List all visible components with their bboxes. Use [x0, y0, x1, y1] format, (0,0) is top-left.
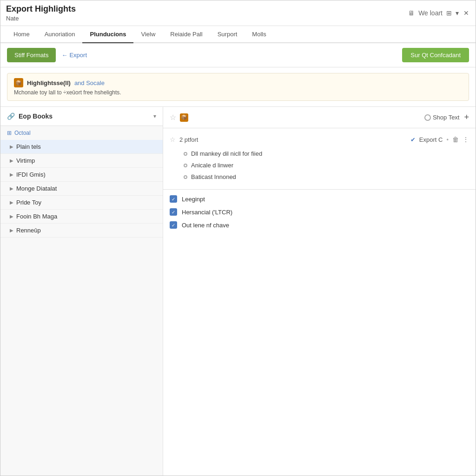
arrow-right-icon: ▶: [10, 200, 13, 205]
sidebar-item-monge-diatalat[interactable]: ▶ Monge Diatalat: [0, 182, 163, 196]
sidebar-item-prlde-toy[interactable]: ▶ Prlde Toy: [0, 196, 163, 210]
more-icon-button[interactable]: ⋮: [463, 136, 469, 143]
close-button[interactable]: ✕: [463, 9, 470, 17]
star-icon-small[interactable]: ☆: [170, 136, 176, 143]
tab-surport[interactable]: Surport: [210, 26, 245, 43]
sidebar-item-virtimp[interactable]: ▶ Virtimp: [0, 154, 163, 168]
add-button[interactable]: +: [464, 112, 469, 122]
content-area: ☆ 📦 Shop Text + ☆ 2 ptfort: [163, 107, 476, 476]
export-button[interactable]: ← Export: [61, 52, 87, 59]
sidebar-list: ⊞ Octoal ▶ Plain tels ▶ Virtimp ▶ IFDI G…: [0, 126, 163, 476]
tab-reiaide-pall[interactable]: Reiaide Pall: [163, 26, 210, 43]
sidebar-item-label: Virtimp: [16, 157, 35, 164]
info-heading: Highlightsse(ll): [27, 79, 71, 86]
arrow-right-icon: ▶: [10, 144, 13, 149]
monitor-icon: 🖥: [408, 9, 415, 17]
stif-formats-button[interactable]: Stiff Formats: [7, 48, 56, 62]
sidebar-item-label: Prlde Toy: [16, 199, 41, 206]
arrow-right-icon: ▶: [10, 172, 13, 177]
checkbox-leeginpt[interactable]: ✓: [170, 195, 177, 203]
dot-separator: •: [446, 136, 449, 143]
arrow-left-icon: ←: [61, 52, 67, 59]
nav-tabs: Home Aunoriation Plunducions Vielw Reiai…: [0, 26, 476, 43]
arrow-right-icon: ▶: [10, 214, 13, 219]
sub-items: Dll mankey dil nicll for fiied Anicale d…: [170, 146, 469, 185]
tab-vielw[interactable]: Vielw: [133, 26, 163, 43]
grid-small-icon: ⊞: [7, 130, 12, 136]
checkbox-label-leeginpt: Leeginpt: [182, 196, 205, 203]
arrow-right-icon: ▶: [10, 186, 13, 191]
sub-item-label: Anicale d linwer: [191, 162, 233, 169]
sidebar-item-plain-tels[interactable]: ▶ Plain tels: [0, 140, 163, 154]
checkbox-label-hersancial: Hersancial ('LTCR): [182, 209, 232, 216]
export-section: ☆ 2 ptfort ✔ Export C • 🗑 ⋮ Dl: [163, 128, 476, 190]
checkbox-items: ✓ Leeginpt ✓ Hersancial ('LTCR) ✓ Out le…: [163, 190, 476, 234]
export-count: 2 ptfort: [179, 136, 198, 143]
arrow-right-icon: ▶: [10, 158, 13, 163]
info-body: Mchonale toy lall to ÷xeûort free hsheli…: [14, 89, 462, 96]
sidebar-item-label: IFDI Gmis): [16, 171, 46, 178]
checkbox-out-lene[interactable]: ✓: [170, 221, 177, 229]
sidebar-chevron-icon[interactable]: ▾: [153, 113, 156, 119]
export-label: Export: [69, 52, 87, 59]
sidebar-item-label: Plain tels: [16, 143, 41, 150]
checkbox-item-2: ✓ Hersancial ('LTCR): [170, 205, 469, 218]
export-action-label[interactable]: Export C: [419, 136, 443, 143]
chevron-down-icon[interactable]: ▾: [456, 9, 459, 17]
main-content: 🔗 Eop Books ▾ ⊞ Octoal ▶ Plain tels ▶ Vi…: [0, 106, 476, 476]
package-icon-small: 📦: [180, 113, 188, 122]
info-link[interactable]: and Socale: [74, 79, 105, 86]
sidebar-item-label: Renneûp: [16, 227, 41, 234]
sidebar-item-fooin-bh-maga[interactable]: ▶ Fooin Bh Maga: [0, 210, 163, 224]
sidebar-header: 🔗 Eop Books ▾: [0, 107, 163, 126]
right-text: We loart: [418, 9, 443, 17]
title-bar-left: Export Highlights Nate: [6, 4, 76, 22]
toolbar: Stiff Formats ← Export Sur Qt Confcadant: [0, 43, 476, 67]
app-title: Export Highlights: [6, 4, 76, 14]
tab-home[interactable]: Home: [6, 26, 37, 43]
bullet-icon: [184, 164, 187, 167]
radio-circle: [424, 114, 431, 121]
sub-item-label: Dll mankey dil nicll for fiied: [191, 150, 262, 157]
info-banner-title: 📦 Highlightsse(ll) and Socale: [14, 78, 462, 87]
tab-aunoriation[interactable]: Aunoriation: [37, 26, 83, 43]
sidebar-title-text: Eop Books: [19, 112, 53, 120]
sub-item-1: Dll mankey dil nicll for fiied: [184, 148, 469, 159]
sidebar-item-renneup[interactable]: ▶ Renneûp: [0, 224, 163, 238]
sidebar-title: 🔗 Eop Books: [7, 112, 53, 120]
shop-text-label: Shop Text: [433, 114, 460, 121]
trash-icon-button[interactable]: 🗑: [452, 136, 459, 143]
grid-icon: ⊞: [446, 9, 452, 17]
checkbox-item-3: ✓ Out lene nf chave: [170, 218, 469, 231]
sidebar-item-label: Monge Diatalat: [16, 185, 57, 192]
bullet-icon: [184, 152, 187, 156]
link-icon: 🔗: [7, 112, 15, 120]
checkbox-item-1: ✓ Leeginpt: [170, 192, 469, 205]
star-icon[interactable]: ☆: [170, 113, 176, 122]
export-actions: ✔ Export C • 🗑 ⋮: [410, 136, 469, 143]
content-header-left: ☆ 📦: [170, 113, 188, 122]
export-label-left: ☆ 2 ptfort: [170, 136, 198, 143]
sur-confcadant-button[interactable]: Sur Qt Confcadant: [402, 48, 469, 62]
title-bar-right: 🖥 We loart ⊞ ▾ ✕: [408, 9, 470, 17]
title-bar: Export Highlights Nate 🖥 We loart ⊞ ▾ ✕: [0, 0, 476, 26]
sidebar-section-text[interactable]: Octoal: [14, 130, 31, 136]
content-header-right: Shop Text +: [424, 112, 469, 122]
shop-text-option[interactable]: Shop Text: [424, 114, 460, 121]
sidebar-item-ifdi-gmis[interactable]: ▶ IFDI Gmis): [0, 168, 163, 182]
bullet-icon: [184, 175, 187, 179]
sidebar-item-label: Fooin Bh Maga: [16, 213, 57, 220]
checkbox-hersancial[interactable]: ✓: [170, 208, 177, 216]
toolbar-left: Stiff Formats ← Export: [7, 48, 87, 62]
check-icon: ✔: [410, 136, 416, 143]
sub-item-2: Anicale d linwer: [184, 159, 469, 171]
sidebar: 🔗 Eop Books ▾ ⊞ Octoal ▶ Plain tels ▶ Vi…: [0, 107, 163, 476]
main-window: Export Highlights Nate 🖥 We loart ⊞ ▾ ✕ …: [0, 0, 476, 476]
sub-item-3: Baticast Innoned: [184, 171, 469, 183]
user-name: Nate: [6, 15, 76, 22]
tab-molls[interactable]: Molls: [245, 26, 273, 43]
arrow-right-icon: ▶: [10, 228, 13, 233]
sub-item-label: Baticast Innoned: [191, 173, 236, 180]
tab-plunducions[interactable]: Plunducions: [82, 26, 133, 43]
package-icon: 📦: [14, 78, 23, 87]
